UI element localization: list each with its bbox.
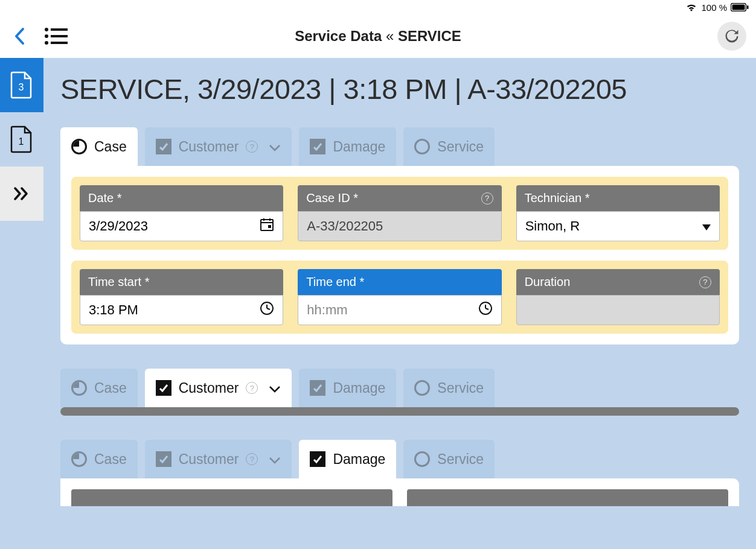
- ring-icon: [414, 451, 430, 467]
- tabs-row-damage: Case Customer ? Damage Service: [60, 440, 739, 478]
- tab-service-label: Service: [437, 451, 484, 468]
- dropdown-icon: [702, 218, 711, 234]
- tabs-row-customer: Case Customer ? Damage Service: [60, 369, 739, 407]
- field-time-end: Time end *: [298, 269, 501, 325]
- page-title-rest: 3/29/2023 | 3:18 PM | A-33/202205: [190, 73, 627, 105]
- tab-case[interactable]: Case: [60, 127, 138, 166]
- tab-service[interactable]: Service: [403, 369, 495, 407]
- status-bar: 100 %: [0, 0, 756, 14]
- field-group-2: Time start * Time end *: [71, 261, 728, 334]
- field-duration: Duration ?: [516, 269, 720, 325]
- time-end-input[interactable]: [298, 295, 501, 325]
- svg-line-20: [485, 308, 489, 309]
- case-id-label-text: Case ID *: [306, 191, 358, 205]
- back-button[interactable]: [10, 27, 29, 46]
- duration-value: [516, 295, 720, 325]
- technician-label: Technician *: [516, 185, 720, 211]
- date-input-field[interactable]: [89, 218, 260, 234]
- tabs-row-case: Case Customer ? Damage Service: [60, 127, 739, 166]
- svg-point-3: [45, 28, 48, 31]
- sidebar-item-doc-1[interactable]: 1: [0, 112, 43, 167]
- tab-damage[interactable]: Damage: [299, 369, 396, 407]
- date-label: Date *: [80, 185, 283, 211]
- technician-select[interactable]: Simon, R: [516, 211, 720, 241]
- case-id-value: A-33/202205: [298, 211, 501, 241]
- tab-case[interactable]: Case: [60, 369, 138, 407]
- breadcrumb-right: SERVICE: [398, 28, 461, 44]
- check-icon: [156, 139, 171, 154]
- sidebar-badge-1: 1: [19, 136, 24, 147]
- tab-damage-label: Damage: [333, 139, 385, 155]
- help-icon: ?: [246, 382, 258, 394]
- tab-service[interactable]: Service: [403, 440, 495, 478]
- tab-case-label: Case: [94, 451, 127, 468]
- sidebar-expand-button[interactable]: [0, 167, 43, 221]
- progress-icon: [71, 451, 87, 467]
- clock-icon[interactable]: [260, 301, 274, 319]
- help-icon[interactable]: ?: [699, 276, 711, 288]
- svg-line-17: [267, 308, 270, 309]
- svg-rect-11: [268, 225, 271, 228]
- field-label-placeholder: [71, 489, 392, 506]
- battery-percentage: 100 %: [701, 2, 727, 13]
- time-start-input[interactable]: [80, 295, 283, 325]
- page-title-service: SERVICE,: [60, 73, 190, 105]
- tab-service[interactable]: Service: [403, 127, 495, 166]
- svg-point-7: [45, 41, 48, 45]
- field-technician: Technician * Simon, R: [516, 185, 720, 241]
- clock-icon[interactable]: [478, 301, 493, 319]
- chevron-down-icon: [269, 139, 281, 155]
- tab-service-label: Service: [437, 139, 484, 155]
- svg-rect-2: [747, 5, 749, 9]
- time-start-field[interactable]: [89, 302, 260, 318]
- tab-customer[interactable]: Customer ?: [145, 440, 292, 478]
- tab-damage[interactable]: Damage: [299, 127, 396, 166]
- tab-customer-label: Customer: [179, 139, 239, 155]
- ring-icon: [414, 380, 430, 396]
- help-icon[interactable]: ?: [481, 192, 493, 205]
- time-end-field[interactable]: [307, 302, 478, 318]
- field-time-start: Time start *: [80, 269, 283, 325]
- help-icon: ?: [246, 453, 258, 465]
- breadcrumb-separator: «: [386, 28, 394, 44]
- sidebar: 3 1: [0, 58, 43, 549]
- battery-icon: [731, 3, 749, 11]
- main-content: SERVICE, 3/29/2023 | 3:18 PM | A-33/2022…: [43, 58, 756, 549]
- field-case-id: Case ID * ? A-33/202205: [298, 185, 501, 241]
- tab-damage[interactable]: Damage: [299, 440, 396, 478]
- tab-customer[interactable]: Customer ?: [145, 369, 292, 407]
- duration-label-text: Duration: [525, 275, 571, 289]
- check-icon: [310, 451, 325, 467]
- time-start-label: Time start *: [80, 269, 283, 295]
- field-date: Date *: [80, 185, 283, 241]
- list-menu-button[interactable]: [43, 25, 69, 48]
- calendar-icon[interactable]: [260, 217, 274, 235]
- horizontal-scrollbar[interactable]: [60, 407, 739, 416]
- tab-damage-label: Damage: [333, 380, 385, 396]
- damage-panel: [60, 478, 739, 506]
- tab-case-label: Case: [94, 380, 127, 396]
- tab-service-label: Service: [437, 380, 484, 396]
- progress-icon: [71, 380, 87, 396]
- tab-customer[interactable]: Customer ?: [145, 127, 292, 166]
- ring-icon: [414, 139, 430, 154]
- date-input[interactable]: [80, 211, 283, 241]
- tab-case[interactable]: Case: [60, 440, 138, 478]
- svg-rect-1: [732, 5, 745, 10]
- svg-rect-4: [51, 28, 68, 31]
- sidebar-item-doc-3[interactable]: 3: [0, 58, 43, 112]
- chevron-down-icon: [269, 380, 281, 396]
- svg-rect-8: [51, 42, 68, 44]
- check-icon: [310, 380, 325, 396]
- check-icon: [156, 380, 171, 396]
- case-id-label: Case ID * ?: [298, 185, 501, 211]
- tab-customer-label: Customer: [179, 380, 239, 396]
- svg-rect-6: [51, 35, 68, 37]
- tab-case-label: Case: [94, 139, 127, 155]
- page-title: SERVICE, 3/29/2023 | 3:18 PM | A-33/2022…: [60, 72, 739, 106]
- page-breadcrumb: Service Data « SERVICE: [295, 28, 461, 45]
- refresh-button[interactable]: [717, 22, 746, 51]
- check-icon: [156, 451, 171, 467]
- breadcrumb-left: Service Data: [295, 28, 382, 44]
- tab-damage-label: Damage: [333, 451, 385, 468]
